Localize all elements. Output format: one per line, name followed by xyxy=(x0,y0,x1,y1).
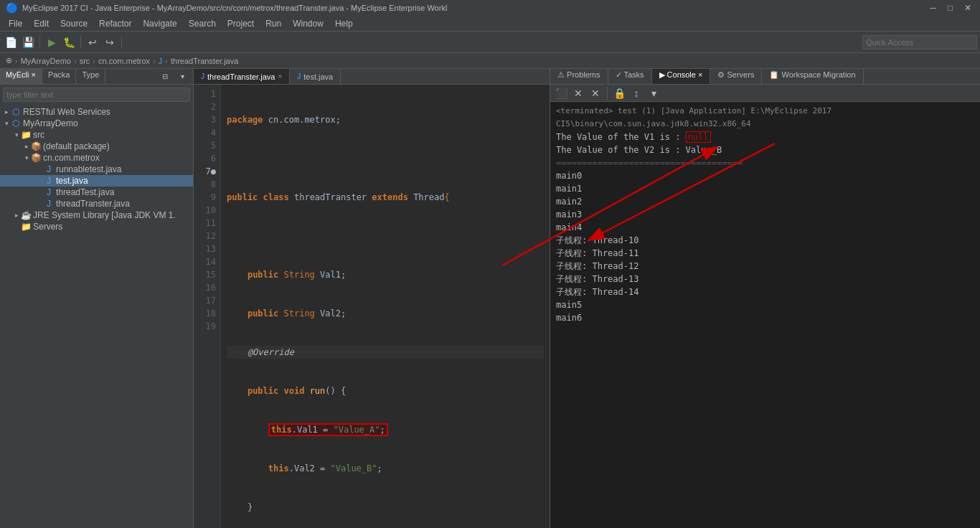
tree-item-runnabletest[interactable]: J runnabletest.java xyxy=(0,164,193,175)
console-thread11: 子线程: Thread-11 xyxy=(556,247,974,260)
tree-item-restful[interactable]: ▸ ⬡ RESTful Web Services xyxy=(0,106,193,118)
tab-workspace[interactable]: 📋 Workspace Migration xyxy=(762,69,863,84)
filter-box xyxy=(0,85,193,105)
src-folder-icon: 📁 xyxy=(20,130,32,140)
tree-label-myarraydemo: MyArrayDemo xyxy=(23,118,78,128)
panel-menu-button[interactable]: ▾ xyxy=(174,69,190,85)
menu-window[interactable]: Window xyxy=(287,17,329,30)
tab-label-test: test.java xyxy=(303,72,333,81)
tab-problems[interactable]: ⚠ Problems xyxy=(550,69,608,84)
breadcrumb-home[interactable]: ⊕ xyxy=(6,56,12,65)
console-clear-2[interactable]: ✕ xyxy=(588,85,603,101)
filter-input[interactable] xyxy=(3,88,190,102)
menu-refactor[interactable]: Refactor xyxy=(93,17,137,30)
menu-help[interactable]: Help xyxy=(329,17,359,30)
run-button[interactable]: ▶ xyxy=(44,34,60,50)
tree-item-threadtest[interactable]: J threadTest.java xyxy=(0,187,193,198)
toolbar-sep-2 xyxy=(80,36,81,49)
lnum-10: 10 xyxy=(194,204,216,217)
code-line-7: @Override xyxy=(227,346,544,359)
new-button[interactable]: 📄 xyxy=(3,34,19,50)
breadcrumb-project[interactable]: MyArrayDemo xyxy=(21,57,71,65)
menu-project[interactable]: Project xyxy=(222,17,260,30)
java-file-icon-4: J xyxy=(43,199,55,209)
lnum-8: 8 xyxy=(194,178,216,191)
titlebar: 🔵 MyEclipse 2017 CI - Java Enterprise - … xyxy=(0,0,980,16)
tree-label-runnabletest: runnabletest.java xyxy=(56,164,121,174)
breadcrumb-file[interactable]: threadTranster.java xyxy=(171,57,238,65)
code-line-6: public String Val2; xyxy=(227,307,544,320)
menu-edit[interactable]: Edit xyxy=(28,17,55,30)
console-thread10: 子线程: Thread-10 xyxy=(556,234,974,247)
tree-item-default-pkg[interactable]: ▸ 📦 (default package) xyxy=(0,141,193,152)
code-line-9: this.Val1 = "Value_A"; xyxy=(227,423,544,436)
lnum-9: 9 xyxy=(194,191,216,204)
tree-item-myarraydemo[interactable]: ▾ ⬡ MyArrayDemo xyxy=(0,118,193,129)
console-toolbar: ⬛ ✕ ✕ 🔒 ↕ ▾ xyxy=(550,85,980,102)
close-button[interactable]: ✕ xyxy=(961,3,974,13)
save-button[interactable]: 💾 xyxy=(20,34,36,50)
tab-icon-2: J xyxy=(297,72,301,80)
quick-access-input[interactable] xyxy=(862,35,977,50)
project-icon: ⬡ xyxy=(10,107,22,117)
console-menu[interactable]: ▾ xyxy=(646,85,661,101)
code-editor: 1 2 3 4 5 6 7● 8 9 10 11 12 13 14 15 16 … xyxy=(194,85,550,528)
editor-tab-threadtranster[interactable]: J threadTranster.java × xyxy=(194,69,290,84)
code-line-10: this.Val2 = "Value_B"; xyxy=(227,462,544,475)
code-line-8: public void run() { xyxy=(227,385,544,397)
tree-arrow-jre: ▸ xyxy=(13,212,20,219)
lnum-2: 2 xyxy=(194,100,216,113)
java-file-icon-2: J xyxy=(43,176,55,186)
console-main1: main1 xyxy=(556,182,974,195)
collapse-all-button[interactable]: ⊟ xyxy=(157,69,173,85)
menu-navigate[interactable]: Navigate xyxy=(137,17,182,30)
tree-item-servers[interactable]: 📁 Servers xyxy=(0,221,193,232)
editor-area: J threadTranster.java × J test.java 1 2 … xyxy=(194,69,550,528)
titlebar-left: 🔵 MyEclipse 2017 CI - Java Enterprise - … xyxy=(6,2,447,14)
tree-item-threadtranster[interactable]: J threadTranster.java xyxy=(0,198,193,209)
tree-label-cncommetrox: cn.com.metrox xyxy=(43,153,100,163)
lnum-17: 17 xyxy=(194,294,216,307)
tab-console[interactable]: ▶ Console × xyxy=(652,69,711,84)
lnum-7: 7● xyxy=(194,165,216,178)
tree-item-test[interactable]: J test.java xyxy=(0,175,193,187)
tree-arrow-defpkg: ▸ xyxy=(23,143,30,150)
breadcrumb-src[interactable]: src xyxy=(80,57,90,65)
line-numbers: 1 2 3 4 5 6 7● 8 9 10 11 12 13 14 15 16 … xyxy=(194,85,221,528)
debug-button[interactable]: 🐛 xyxy=(61,34,77,50)
tab-type[interactable]: Type xyxy=(76,69,105,84)
tab-close-threadtranster[interactable]: × xyxy=(278,72,282,80)
tab-package[interactable]: Packa xyxy=(42,69,77,84)
undo-button[interactable]: ↩ xyxy=(85,34,100,50)
package-icon-2: 📦 xyxy=(30,153,42,163)
tree-item-src[interactable]: ▾ 📁 src xyxy=(0,129,193,141)
console-scroll-lock[interactable]: 🔒 xyxy=(611,85,627,101)
menu-search[interactable]: Search xyxy=(183,17,222,30)
app-icon: 🔵 xyxy=(6,2,18,14)
redo-button[interactable]: ↪ xyxy=(102,34,118,50)
lnum-13: 13 xyxy=(194,242,216,255)
minimize-button[interactable]: ─ xyxy=(927,3,939,13)
tab-myeclipse[interactable]: MyEcli × xyxy=(0,69,42,84)
console-output: <terminated> test (1) [Java Application]… xyxy=(550,102,980,528)
tree-item-jre[interactable]: ▸ ☕ JRE System Library [Java JDK VM 1. xyxy=(0,209,193,221)
code-content[interactable]: package cn.com.metrox; public class thre… xyxy=(221,85,550,528)
titlebar-controls: ─ □ ✕ xyxy=(927,3,974,13)
tab-tasks[interactable]: ✓ Tasks xyxy=(608,69,652,84)
console-clear-button[interactable]: ✕ xyxy=(570,85,586,101)
tree-label-threadtest: threadTest.java xyxy=(56,187,114,197)
console-stop-button[interactable]: ⬛ xyxy=(553,85,569,101)
menu-run[interactable]: Run xyxy=(260,17,287,30)
menu-file[interactable]: File xyxy=(3,17,28,30)
tree-item-cncommetrox[interactable]: ▾ 📦 cn.com.metrox xyxy=(0,152,193,164)
editor-tab-test[interactable]: J test.java xyxy=(290,69,341,84)
package-icon: 📦 xyxy=(30,141,42,151)
breadcrumb-package[interactable]: cn.com.metrox xyxy=(98,57,150,65)
console-main3: main3 xyxy=(556,208,974,221)
maximize-button[interactable]: □ xyxy=(945,3,956,13)
tree-arrow-src: ▾ xyxy=(13,131,20,138)
tab-servers[interactable]: ⚙ Servers xyxy=(710,69,762,84)
lnum-16: 16 xyxy=(194,281,216,294)
console-word-wrap[interactable]: ↕ xyxy=(628,85,644,101)
menu-source[interactable]: Source xyxy=(55,17,93,30)
